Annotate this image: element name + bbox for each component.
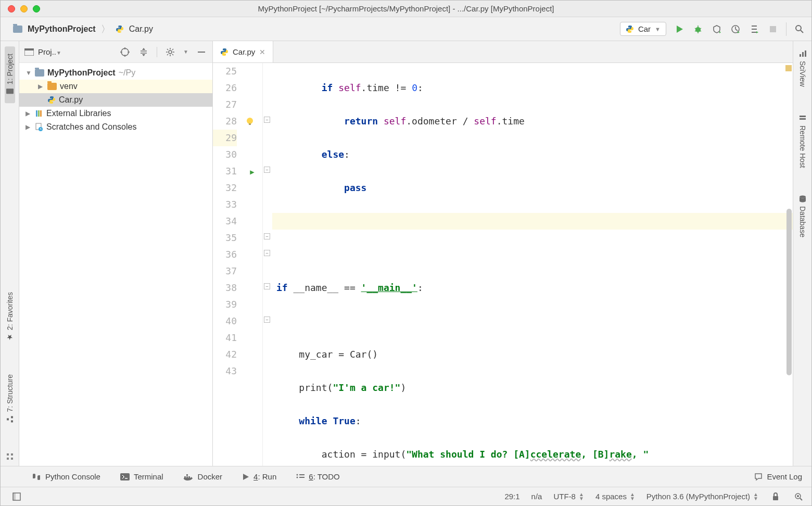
python-console-button[interactable]: Python Console (32, 472, 100, 481)
label: : TODO (313, 472, 340, 481)
tree-item-scratches[interactable]: Scratches and Consoles (19, 120, 212, 134)
favorites-toolwindow-button[interactable]: ★ 2: Favorites (6, 289, 14, 345)
more-tools-button[interactable] (6, 452, 14, 461)
fold-gutter[interactable]: − − − − − − (263, 63, 272, 466)
todo-toolwindow-button[interactable]: 6: TODO (296, 472, 339, 481)
sciview-label: SciView (798, 61, 807, 87)
caret-position[interactable]: 29:1 (504, 492, 519, 501)
tree-item-venv[interactable]: venv (19, 80, 212, 93)
line-number[interactable]: 31 (213, 163, 237, 180)
breadcrumb[interactable]: MyPythonProject 〉 Car.py (13, 23, 153, 35)
maximize-window-button[interactable] (33, 5, 40, 12)
event-log-button[interactable]: Event Log (754, 472, 802, 481)
line-number[interactable]: 35 (213, 230, 237, 246)
encoding-selector[interactable]: UTF-8▲▼ (553, 492, 583, 501)
debug-button[interactable] (692, 23, 704, 35)
lock-icon[interactable] (770, 491, 781, 502)
inspector-icon[interactable] (793, 491, 804, 502)
run-toolwindow-button[interactable]: 4: Run (242, 472, 276, 481)
fold-marker[interactable]: − (264, 317, 270, 323)
project-tool-window: Proj..▼ ▼ MyPythonProject ~/Py (19, 41, 213, 466)
line-number[interactable]: 39 (213, 296, 237, 313)
fold-marker[interactable]: − (264, 250, 270, 256)
editor-tabs: Car.py ✕ (213, 41, 793, 63)
line-number[interactable]: 29 (213, 130, 237, 146)
minimize-window-button[interactable] (20, 5, 28, 12)
profile-button[interactable] (730, 23, 741, 35)
code-editor[interactable]: 25 26 27 28 29 30 31 32 33 34 35 36 37 3… (213, 63, 793, 466)
run-gutter-icon[interactable]: ▶ (242, 163, 262, 180)
line-number[interactable]: 38 (213, 280, 237, 296)
svg-rect-33 (184, 476, 186, 478)
hide-panel-icon[interactable] (196, 46, 207, 58)
toolwindows-toggle-icon[interactable] (11, 491, 22, 502)
run-coverage-button[interactable] (711, 23, 722, 35)
scratches-icon (35, 123, 43, 131)
run-configuration-selector[interactable]: Car ▼ (620, 22, 666, 36)
sciview-toolwindow-button[interactable]: SciView (798, 46, 807, 90)
concurrency-button[interactable] (748, 23, 760, 35)
interpreter-selector[interactable]: Python 3.6 (MyPythonProject)▲▼ (646, 492, 758, 501)
line-separator[interactable]: n/a (531, 492, 542, 501)
code-content[interactable]: if self.time != 0: return self.odometer … (272, 63, 793, 466)
line-number[interactable]: 42 (213, 346, 237, 363)
python-file-icon (116, 25, 124, 33)
line-number-gutter[interactable]: 25 26 27 28 29 30 31 32 33 34 35 36 37 3… (213, 63, 242, 466)
remote-host-toolwindow-button[interactable]: Remote Host (798, 111, 807, 171)
database-toolwindow-button[interactable]: Database (798, 192, 807, 241)
expand-arrow-icon[interactable] (26, 110, 32, 117)
line-number[interactable]: 34 (213, 213, 237, 230)
locate-icon[interactable] (119, 46, 131, 58)
terminal-button[interactable]: Terminal (120, 472, 163, 481)
vertical-scrollbar[interactable] (786, 209, 792, 375)
line-number[interactable]: 27 (213, 96, 237, 113)
line-number[interactable]: 36 (213, 246, 237, 263)
project-tree[interactable]: MyPythonProject ~/Py venv Car.py (19, 63, 212, 137)
tab-label: Car.py (233, 47, 255, 56)
line-number[interactable]: 32 (213, 180, 237, 196)
editor-tab-car[interactable]: Car.py ✕ (213, 41, 273, 62)
line-number[interactable]: 43 (213, 363, 237, 380)
fold-marker[interactable]: − (264, 167, 270, 173)
close-window-button[interactable] (8, 5, 15, 12)
breadcrumb-file[interactable]: Car.py (129, 24, 153, 34)
tree-root[interactable]: MyPythonProject ~/Py (19, 66, 212, 80)
ide-window: MyPythonProject [~/PycharmProjects/MyPyt… (0, 0, 812, 506)
collapse-all-icon[interactable] (138, 46, 149, 58)
structure-toolwindow-button[interactable]: 7: Structure (6, 371, 14, 426)
fold-marker[interactable]: − (264, 117, 270, 123)
svg-rect-34 (186, 476, 188, 478)
expand-arrow-icon[interactable] (26, 69, 32, 77)
project-view-selector[interactable]: Proj..▼ (38, 47, 61, 56)
label: Python Console (45, 472, 100, 481)
line-number[interactable]: 37 (213, 263, 237, 280)
line-number[interactable]: 33 (213, 196, 237, 213)
analysis-indicator[interactable] (785, 65, 792, 71)
line-number[interactable]: 25 (213, 63, 237, 80)
docker-button[interactable]: Docker (183, 472, 223, 481)
line-number[interactable]: 28 (213, 113, 237, 130)
tree-item-car[interactable]: Car.py (19, 93, 212, 107)
line-number[interactable]: 41 (213, 330, 237, 346)
indent-selector[interactable]: 4 spaces▲▼ (595, 492, 635, 501)
tree-label: Car.py (59, 95, 83, 105)
expand-arrow-icon[interactable] (38, 83, 44, 90)
tree-item-external-libs[interactable]: External Libraries (19, 107, 212, 120)
fold-marker[interactable]: − (264, 233, 270, 239)
run-button[interactable] (674, 23, 685, 35)
search-everywhere-button[interactable] (794, 23, 805, 35)
expand-arrow-icon[interactable] (26, 123, 32, 131)
svg-rect-30 (800, 118, 806, 120)
breadcrumb-project[interactable]: MyPythonProject (28, 24, 96, 34)
project-toolwindow-button[interactable]: 1: Project (5, 46, 15, 103)
line-number[interactable]: 26 (213, 80, 237, 96)
svg-rect-21 (40, 110, 42, 117)
close-tab-icon[interactable]: ✕ (259, 48, 265, 56)
line-number[interactable]: 30 (213, 146, 237, 163)
fold-marker[interactable]: − (264, 283, 270, 289)
intention-bulb-icon[interactable] (245, 117, 255, 126)
line-number[interactable]: 40 (213, 313, 237, 330)
svg-point-37 (297, 474, 298, 475)
settings-icon[interactable] (164, 46, 176, 58)
label: Terminal (134, 472, 163, 481)
